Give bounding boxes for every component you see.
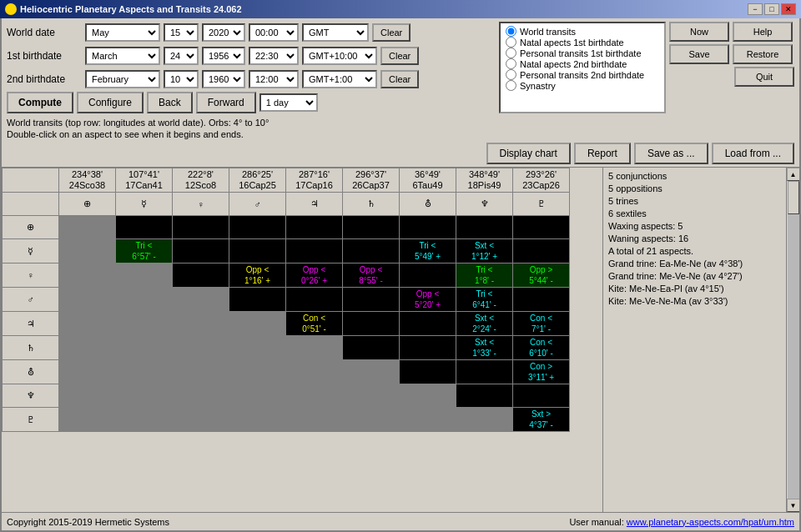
main-window: World date May 15 2020 00:00 GMT Clear: [0, 18, 801, 532]
close-button[interactable]: ✕: [781, 3, 796, 15]
scroll-thumb[interactable]: [788, 181, 799, 214]
grid-header-coord: 286°25'16Cap25: [229, 168, 286, 193]
forward-button[interactable]: Forward: [196, 92, 256, 113]
birthdate1-clear-button[interactable]: Clear: [380, 47, 419, 65]
side-info-line: Grand trine: Ea-Me-Ne (av 4°38'): [608, 258, 781, 269]
grid-header-planet: ♃: [286, 193, 343, 216]
scroll-down-button[interactable]: ▼: [787, 499, 800, 512]
back-button[interactable]: Back: [147, 92, 193, 113]
grid-cell: [343, 408, 400, 432]
grid-cell[interactable]: Tri <6°41' -: [456, 288, 513, 312]
help-button[interactable]: Help: [733, 22, 793, 42]
grid-cell[interactable]: Sxt <2°24' -: [456, 312, 513, 336]
grid-cell[interactable]: Opp <0°26' +: [286, 263, 343, 288]
window-title: Heliocentric Planetary Aspects and Trans…: [20, 4, 242, 14]
grid-cell: [173, 263, 229, 288]
radio-panel: World transits Natal apects 1st birthdat…: [499, 22, 666, 113]
scroll-track[interactable]: [788, 181, 799, 499]
radio-personal-1st[interactable]: Personal transits 1st birthdate: [506, 48, 659, 58]
quit-button[interactable]: Quit: [734, 67, 794, 87]
birthdate2-year-select[interactable]: 1960: [202, 70, 245, 88]
grid-row-planet: ♀: [3, 263, 59, 288]
restore-button[interactable]: Restore: [733, 44, 793, 64]
grid-cell: [229, 288, 286, 312]
grid-cell[interactable]: Con <0°51' -: [286, 312, 343, 336]
display-chart-button[interactable]: Display chart: [486, 143, 571, 164]
birthdate2-month-select[interactable]: February: [85, 70, 160, 88]
grid-cell: [343, 216, 400, 239]
world-date-time-select[interactable]: 00:00: [249, 23, 299, 42]
birthdate1-year-select[interactable]: 1956: [202, 47, 245, 65]
world-date-day-select[interactable]: 15: [164, 23, 199, 42]
birthdate2-clear-button[interactable]: Clear: [380, 70, 419, 88]
grid-cell: [173, 384, 229, 408]
grid-cell[interactable]: Opp >5°44' -: [513, 263, 570, 288]
birthdate1-month-select[interactable]: March: [85, 47, 160, 65]
maximize-button[interactable]: □: [764, 3, 779, 15]
world-date-month-select[interactable]: May: [85, 23, 160, 42]
world-date-clear-button[interactable]: Clear: [372, 23, 411, 42]
radio-personal-2nd[interactable]: Personal transits 2nd birthdate: [506, 69, 659, 80]
grid-scroll[interactable]: 234°38'24Sco38107°41'17Can41222°8'12Sco8…: [2, 168, 602, 512]
grid-row-planet: ♃: [3, 312, 59, 336]
birthdate2-tz-select[interactable]: GMT+1:00: [302, 70, 377, 88]
grid-cell[interactable]: Con <6°10' -: [513, 336, 570, 360]
save-button[interactable]: Save: [669, 44, 729, 64]
grid-cell[interactable]: Opp <5°20' +: [400, 288, 456, 312]
compute-button[interactable]: Compute: [7, 92, 73, 113]
grid-cell: [116, 360, 173, 384]
now-button[interactable]: Now: [669, 22, 729, 42]
world-date-tz-select[interactable]: GMT: [302, 23, 369, 42]
scroll-up-button[interactable]: ▲: [787, 168, 800, 181]
load-from-button[interactable]: Load from ...: [712, 143, 794, 164]
grid-cell: [400, 360, 456, 384]
grid-cell[interactable]: Tri <5°49' +: [400, 239, 456, 263]
report-button[interactable]: Report: [574, 143, 631, 164]
save-as-button[interactable]: Save as ...: [634, 143, 708, 164]
grid-cell: [400, 216, 456, 239]
grid-cell: [116, 263, 173, 288]
interval-select[interactable]: 1 day 2 days 3 days 1 week: [259, 93, 318, 112]
radio-world-transits[interactable]: World transits: [506, 26, 659, 37]
birthdate1-time-select[interactable]: 22:30: [249, 47, 299, 65]
grid-cell: [59, 239, 116, 263]
radio-synastry[interactable]: Synastry: [506, 80, 659, 91]
grid-header-planet: ⛢: [400, 193, 456, 216]
side-info-line: Kite: Me-Ve-Ne-Ma (av 3°33'): [608, 296, 781, 306]
grid-cell: [286, 360, 343, 384]
radio-natal-1st[interactable]: Natal apects 1st birthdate: [506, 37, 659, 48]
birthdate1-day-select[interactable]: 24: [164, 47, 199, 65]
grid-cell: [456, 360, 513, 384]
grid-cell[interactable]: Con <7°1' -: [513, 312, 570, 336]
world-date-year-select[interactable]: 2020: [202, 23, 245, 42]
grid-area: 234°38'24Sco38107°41'17Can41222°8'12Sco8…: [2, 167, 799, 512]
grid-cell: [400, 384, 456, 408]
grid-cell[interactable]: Tri <6°57' -: [116, 239, 173, 263]
minimize-button[interactable]: −: [748, 3, 763, 15]
grid-cell: [456, 384, 513, 408]
birthdate2-time-select[interactable]: 12:00: [249, 70, 299, 88]
grid-cell[interactable]: Sxt >4°37' -: [513, 408, 570, 432]
grid-cell[interactable]: Sxt <1°12' +: [456, 239, 513, 263]
grid-header-coord: 293°26'23Cap26: [513, 168, 570, 193]
vertical-scrollbar[interactable]: ▲ ▼: [786, 168, 799, 512]
grid-cell[interactable]: Sxt <1°33' -: [456, 336, 513, 360]
grid-cell[interactable]: Con >3°11' +: [513, 360, 570, 384]
grid-cell: [116, 336, 173, 360]
radio-natal-2nd[interactable]: Natal apects 2nd birthdate: [506, 58, 659, 69]
grid-cell: [116, 384, 173, 408]
grid-cell[interactable]: Opp <1°16' +: [229, 263, 286, 288]
grid-cell: [173, 239, 229, 263]
grid-cell[interactable]: Tri <1°8' -: [456, 263, 513, 288]
birthdate2-day-select[interactable]: 10: [164, 70, 199, 88]
birthdate1-tz-select[interactable]: GMT+10:00: [302, 47, 377, 65]
app-icon: [5, 3, 17, 15]
grid-cell: [286, 336, 343, 360]
grid-cell[interactable]: Opp <8°55' -: [343, 263, 400, 288]
configure-button[interactable]: Configure: [77, 92, 144, 113]
info-line-2: Double-click on an aspect to see when it…: [2, 128, 799, 140]
manual-link[interactable]: www.planetary-aspects.com/hpat/um.htm: [627, 517, 794, 527]
window-controls[interactable]: − □ ✕: [748, 3, 796, 15]
aspect-grid: 234°38'24Sco38107°41'17Can41222°8'12Sco8…: [2, 168, 570, 432]
grid-header-planet: ☿: [116, 193, 173, 216]
